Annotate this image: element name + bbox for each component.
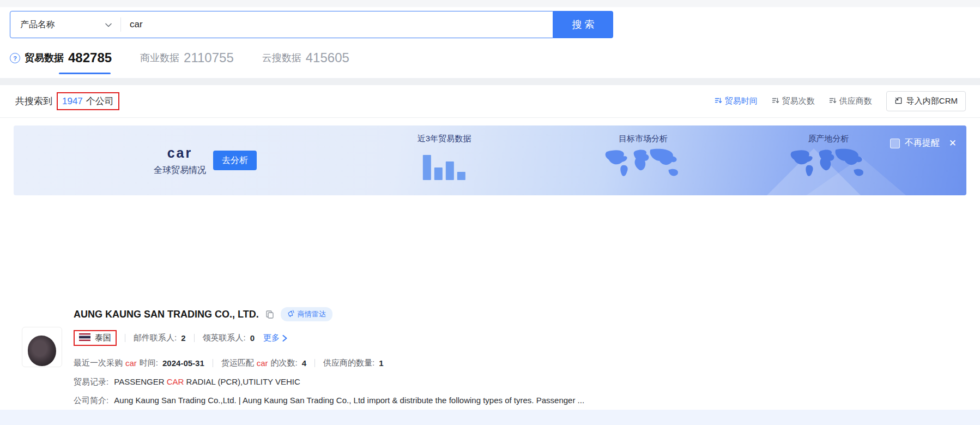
divider (0, 117, 980, 118)
company-profile-label: 公司简介: (74, 396, 108, 405)
banner-keyword-block: car 全球贸易情况 (142, 125, 218, 195)
email-contacts-label: 邮件联系人: (134, 333, 177, 343)
import-icon (894, 97, 903, 106)
help-icon[interactable]: ? (10, 53, 20, 63)
world-map-icon (600, 147, 687, 183)
sort-label: 贸易时间 (725, 96, 758, 106)
close-icon[interactable]: ✕ (949, 137, 957, 149)
sort-label: 供应商数 (839, 96, 872, 106)
results-toolbar: 贸易时间 贸易次数 供应商数 导入内部CRM (715, 91, 966, 111)
banner-section-label: 近3年贸易数据 (418, 134, 471, 144)
tab-business-data[interactable]: 商业数据 2110755 (140, 50, 234, 65)
banner-section-label: 原产地分析 (808, 134, 849, 144)
more-label: 更多 (263, 333, 280, 343)
tab-label: 云搜数据 (262, 51, 301, 65)
divider (213, 359, 213, 367)
sort-icon (772, 97, 779, 106)
purchase-label-post: 时间: (140, 358, 158, 368)
company-result-row: AUNG KAUNG SAN TRADING CO., LTD. 商情雷达 泰国 (0, 295, 980, 410)
business-radar-badge[interactable]: 商情雷达 (281, 307, 332, 321)
country-name: 泰国 (95, 333, 111, 343)
tab-count: 2110755 (184, 50, 234, 65)
keyword-highlight: car (257, 358, 268, 368)
top-strip (0, 0, 980, 7)
keyword-highlight: car (125, 358, 137, 368)
banner-section-origin: 原产地分析 (785, 134, 872, 183)
results-card: 共搜索到 1947 个公司 贸易时间 贸易次数 (0, 85, 980, 425)
banner-keyword: car (167, 145, 193, 161)
banner-section-trade-bars: 近3年贸易数据 (418, 134, 471, 180)
search-input[interactable] (121, 19, 553, 30)
mini-bar-chart (423, 148, 465, 180)
purchase-label-pre: 最近一次采购 (74, 358, 123, 368)
trade-record-value: PASSENGER CAR RADIAL (PCR),UTILITY VEHIC (114, 377, 300, 386)
sort-by-trade-count[interactable]: 贸易次数 (772, 96, 815, 106)
banner-subtitle: 全球贸易情况 (154, 165, 206, 176)
results-header: 共搜索到 1947 个公司 贸易时间 贸易次数 (0, 85, 980, 117)
sort-icon (715, 97, 722, 106)
trade-record-label: 贸易记录: (74, 377, 108, 386)
tab-count: 415605 (306, 50, 349, 65)
analyze-button[interactable]: 去分析 (213, 151, 257, 170)
divider (125, 334, 125, 342)
copy-icon[interactable] (265, 310, 274, 319)
search-bar: 产品名称 (10, 11, 553, 38)
results-prefix: 共搜索到 (15, 95, 52, 107)
import-crm-button[interactable]: 导入内部CRM (886, 91, 966, 111)
keyword-highlight: CAR (167, 377, 184, 386)
radar-icon (287, 310, 294, 319)
data-tabs: ? 贸易数据 482785 商业数据 2110755 云搜数据 415605 (10, 50, 349, 65)
search-category-select[interactable]: 产品名称 (10, 19, 120, 31)
results-suffix: 个公司 (86, 95, 114, 107)
thailand-flag-icon (79, 333, 90, 343)
supplier-count: 1 (379, 358, 383, 368)
active-tab-underline (59, 73, 111, 74)
sort-label: 贸易次数 (782, 96, 815, 106)
results-count-highlight-box: 1947 个公司 (57, 92, 119, 110)
dont-remind-label[interactable]: 不再提醒 (905, 137, 940, 149)
tab-trade-data[interactable]: ? 贸易数据 482785 (10, 50, 112, 65)
sort-icon (829, 97, 837, 106)
results-count: 1947 (62, 96, 83, 107)
freight-label-post: 的次数: (271, 358, 298, 368)
chevron-down-icon (105, 20, 112, 29)
linkedin-contacts-count: 0 (250, 333, 255, 343)
freight-count: 4 (302, 358, 306, 368)
sort-by-supplier-count[interactable]: 供应商数 (829, 96, 872, 106)
banner-section-label: 目标市场分析 (619, 134, 668, 144)
email-contacts-count: 2 (181, 333, 185, 343)
dont-remind-checkbox[interactable] (890, 139, 900, 148)
purchase-date: 2024-05-31 (162, 358, 204, 368)
sort-by-trade-time[interactable]: 贸易时间 (715, 96, 758, 106)
freight-label-pre: 货运匹配 (221, 358, 254, 368)
tab-count: 482785 (68, 50, 112, 65)
company-profile-text: Aung Kaung San Trading Co.,Ltd. | Aung K… (114, 396, 584, 405)
more-link[interactable]: 更多 (263, 333, 287, 343)
supplier-label: 供应商的数量: (323, 358, 374, 368)
company-result-row: MINALAR MIN SAN TRADING COMPANY LIM 商情雷达 (0, 410, 980, 425)
banner-section-target-market: 目标市场分析 (600, 134, 687, 183)
search-category-label: 产品名称 (20, 19, 55, 31)
badge-label: 商情雷达 (298, 309, 326, 319)
tire-product-image (28, 336, 56, 366)
country-highlight-box: 泰国 (74, 330, 117, 346)
banner-dismiss: 不再提醒 ✕ (890, 137, 957, 149)
tab-cloud-data[interactable]: 云搜数据 415605 (262, 50, 349, 65)
divider (314, 359, 315, 367)
import-crm-label: 导入内部CRM (906, 96, 958, 106)
tab-label: 贸易数据 (25, 51, 64, 65)
linkedin-contacts-label: 领英联系人: (203, 333, 246, 343)
world-map-icon (785, 147, 872, 183)
results-count-text: 共搜索到 1947 个公司 (15, 92, 119, 110)
company-name-link[interactable]: AUNG KAUNG SAN TRADING CO., LTD. (74, 309, 259, 320)
section-separator (0, 78, 980, 85)
trade-analysis-banner: car 全球贸易情况 去分析 近3年贸易数据 目标市场分析 原产地分析 (14, 125, 966, 195)
company-thumbnail[interactable] (22, 327, 62, 367)
tab-label: 商业数据 (140, 51, 179, 65)
divider (194, 334, 195, 342)
search-button[interactable]: 搜 索 (553, 11, 613, 38)
